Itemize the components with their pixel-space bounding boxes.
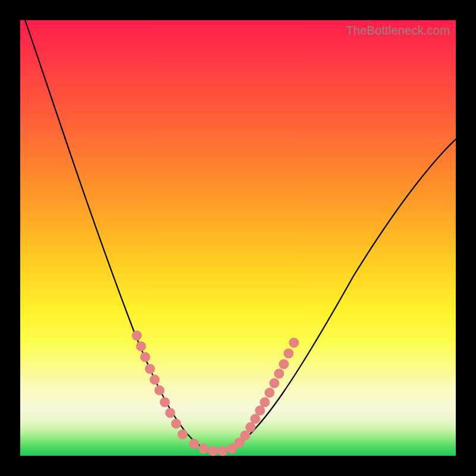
data-dot [279, 359, 289, 369]
chart-frame: TheBottleneck.com [0, 0, 476, 476]
data-dot [218, 446, 227, 456]
data-dot [260, 397, 270, 407]
data-dot [270, 378, 279, 388]
data-dot [150, 375, 159, 384]
data-dot [165, 408, 175, 418]
data-dot [171, 419, 181, 428]
data-dot [208, 446, 218, 456]
data-dot [132, 331, 142, 340]
data-dot [274, 369, 284, 378]
chart-svg [20, 20, 456, 456]
dots-right-branch [234, 338, 299, 447]
data-dot [136, 342, 146, 351]
data-dot [199, 444, 208, 453]
data-dot [250, 414, 260, 424]
data-dot [145, 364, 155, 374]
data-dot [265, 388, 274, 397]
data-dot [155, 386, 164, 395]
dots-left-branch [132, 331, 187, 439]
data-dot [189, 439, 199, 449]
plot-area: TheBottleneck.com [20, 20, 456, 456]
data-dot [160, 397, 170, 407]
data-dot [140, 352, 150, 362]
data-dot [255, 406, 265, 415]
dots-trough [189, 439, 237, 456]
data-dot [240, 431, 250, 440]
data-dot [178, 430, 187, 439]
data-dot [289, 338, 299, 347]
data-dot [284, 349, 293, 358]
data-dot [246, 422, 255, 432]
bottleneck-curve [24, 17, 456, 451]
